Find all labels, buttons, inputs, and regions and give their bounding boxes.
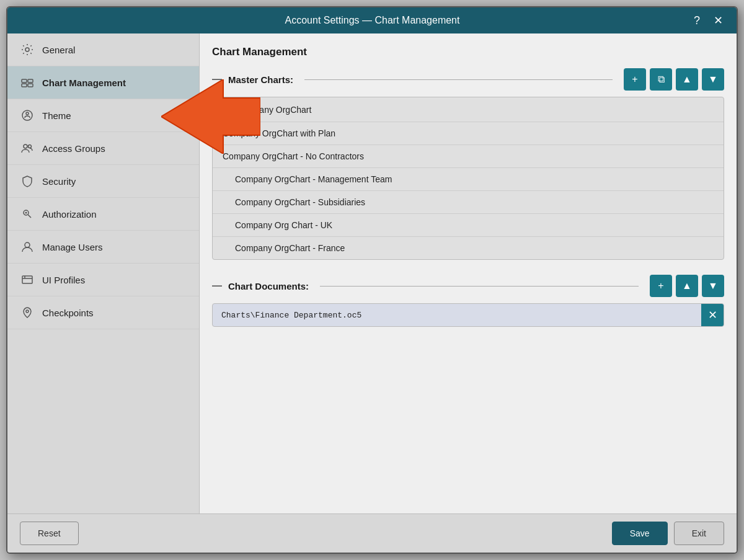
ui-profiles-icon xyxy=(20,272,35,287)
sidebar-item-theme[interactable]: Theme xyxy=(7,99,199,132)
footer: Reset Save Exit xyxy=(7,513,737,553)
chart-docs-divider xyxy=(320,286,639,287)
master-charts-label: Master Charts: xyxy=(228,74,293,85)
master-chart-item[interactable]: Company OrgChart - Subsidiaries xyxy=(213,191,724,214)
master-chart-item[interactable]: Company OrgChart - No Contractors xyxy=(213,145,724,168)
sidebar-item-label-checkpoints: Checkpoints xyxy=(42,308,94,318)
chart-item-label: Company OrgChart xyxy=(236,105,311,115)
checkpoints-icon xyxy=(20,305,35,320)
master-charts-copy-button[interactable]: ⧉ xyxy=(650,68,672,91)
exit-button[interactable]: Exit xyxy=(674,522,724,545)
star-icon: ★ xyxy=(223,104,231,115)
chart-docs-add-button[interactable]: + xyxy=(650,275,672,297)
chart-doc-delete-button[interactable]: ✕ xyxy=(701,304,724,326)
master-charts-divider xyxy=(304,79,613,80)
svg-point-7 xyxy=(24,144,27,148)
master-charts-header: — Master Charts: + ⧉ ▲ ▼ xyxy=(212,68,724,91)
content-area: GeneralChart ManagementThemeAccess Group… xyxy=(7,33,737,513)
sidebar-item-label-access-groups: Access Groups xyxy=(42,143,105,154)
close-button[interactable]: ✕ xyxy=(710,14,727,27)
svg-point-6 xyxy=(26,112,29,115)
save-button[interactable]: Save xyxy=(612,522,668,545)
footer-left: Reset xyxy=(20,522,79,545)
sidebar-item-manage-users[interactable]: Manage Users xyxy=(7,231,199,264)
sidebar-item-ui-profiles[interactable]: UI Profiles xyxy=(7,264,199,296)
chart-management-icon xyxy=(20,75,35,90)
master-charts-section: — Master Charts: + ⧉ ▲ ▼ ★Company OrgCha… xyxy=(212,68,724,260)
chart-documents-header: — Chart Documents: + ▲ ▼ xyxy=(212,275,724,297)
chart-docs-dash: — xyxy=(212,280,222,291)
master-chart-item[interactable]: Company OrgChart with Plan xyxy=(213,122,724,145)
sidebar: GeneralChart ManagementThemeAccess Group… xyxy=(7,33,200,513)
master-chart-item[interactable]: Company OrgChart - Management Team xyxy=(213,168,724,191)
master-charts-list: ★Company OrgChartCompany OrgChart with P… xyxy=(212,97,724,260)
svg-point-13 xyxy=(26,310,29,313)
master-charts-buttons: + ⧉ ▲ ▼ xyxy=(624,68,724,91)
access-groups-icon xyxy=(20,141,35,156)
master-chart-item[interactable]: ★Company OrgChart xyxy=(213,97,724,122)
master-charts-up-button[interactable]: ▲ xyxy=(676,68,698,91)
chart-item-label: Company OrgChart - Management Team xyxy=(235,174,392,184)
svg-rect-2 xyxy=(28,79,33,82)
master-charts-down-button[interactable]: ▼ xyxy=(702,68,724,91)
chart-docs-buttons: + ▲ ▼ xyxy=(650,275,724,297)
svg-point-0 xyxy=(25,48,29,51)
chart-docs-down-button[interactable]: ▼ xyxy=(702,275,724,297)
sidebar-item-checkpoints[interactable]: Checkpoints xyxy=(7,296,199,329)
theme-icon xyxy=(20,108,35,123)
help-button[interactable]: ? xyxy=(690,14,704,27)
main-panel: Chart Management — Master Charts: + ⧉ ▲ … xyxy=(200,33,737,513)
master-chart-item[interactable]: Company OrgChart - France xyxy=(213,237,724,259)
sidebar-item-label-manage-users: Manage Users xyxy=(42,242,103,252)
sidebar-item-authorization[interactable]: Authorization xyxy=(7,198,199,231)
dialog-title: Account Settings — Chart Management xyxy=(55,15,690,26)
sidebar-item-label-general: General xyxy=(42,45,75,55)
reset-button[interactable]: Reset xyxy=(20,522,79,545)
sidebar-item-label-security: Security xyxy=(42,176,76,187)
sidebar-item-label-chart-management: Chart Management xyxy=(42,78,126,88)
sidebar-item-chart-management[interactable]: Chart Management xyxy=(7,66,199,99)
security-icon xyxy=(20,174,35,189)
chart-item-label: Company OrgChart - Subsidiaries xyxy=(235,197,365,207)
sidebar-item-general[interactable]: General xyxy=(7,33,199,66)
sidebar-item-label-ui-profiles: UI Profiles xyxy=(42,275,85,285)
chart-item-label: Company OrgChart - No Contractors xyxy=(223,151,364,161)
sidebar-item-access-groups[interactable]: Access Groups xyxy=(7,132,199,165)
chart-item-label: Company OrgChart with Plan xyxy=(223,128,335,138)
master-charts-add-button[interactable]: + xyxy=(624,68,646,91)
svg-rect-1 xyxy=(22,79,27,82)
sidebar-item-label-authorization: Authorization xyxy=(42,209,97,220)
chart-docs-up-button[interactable]: ▲ xyxy=(676,275,698,297)
chart-docs-label: Chart Documents: xyxy=(228,281,309,291)
svg-point-8 xyxy=(29,145,32,148)
chart-documents-section: — Chart Documents: + ▲ ▼ Charts\Finance … xyxy=(212,275,724,327)
sidebar-item-security[interactable]: Security xyxy=(7,165,199,198)
svg-point-10 xyxy=(25,212,27,214)
panel-title: Chart Management xyxy=(212,46,724,58)
authorization-icon xyxy=(20,207,35,221)
footer-right: Save Exit xyxy=(612,522,724,545)
manage-users-icon xyxy=(20,239,35,254)
general-icon xyxy=(20,42,35,57)
master-charts-dash: — xyxy=(212,74,222,85)
svg-point-11 xyxy=(25,242,30,247)
svg-rect-12 xyxy=(22,276,32,283)
master-chart-item[interactable]: Company Org Chart - UK xyxy=(213,214,724,237)
chart-doc-item[interactable]: Charts\Finance Department.oc5✕ xyxy=(212,303,724,327)
title-bar: Account Settings — Chart Management ? ✕ xyxy=(7,7,737,33)
svg-rect-4 xyxy=(28,84,33,87)
svg-rect-3 xyxy=(22,84,27,87)
sidebar-item-label-theme: Theme xyxy=(42,110,71,121)
title-bar-controls: ? ✕ xyxy=(690,14,727,27)
chart-item-label: Company Org Chart - UK xyxy=(235,220,332,230)
chart-item-label: Company OrgChart - France xyxy=(235,243,345,253)
chart-doc-label: Charts\Finance Department.oc5 xyxy=(213,304,701,326)
chart-docs-list: Charts\Finance Department.oc5✕ xyxy=(212,303,724,327)
